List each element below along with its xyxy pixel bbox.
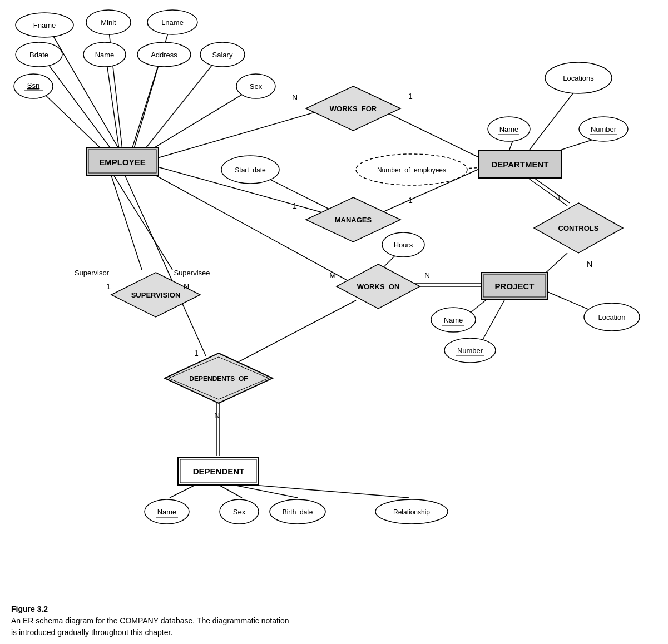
department-label: DEPARTMENT (491, 160, 548, 169)
supervisee-label: Supervisee (174, 269, 210, 277)
controls-label: CONTROLS (558, 224, 599, 232)
controls-n: N (587, 260, 592, 269)
svg-line-29 (108, 167, 172, 270)
svg-line-5 (131, 56, 161, 153)
hours-attr: Hours (394, 241, 413, 249)
num-employees-attr: Number_of_employees (377, 166, 446, 174)
project-label: PROJECT (495, 281, 535, 291)
svg-line-33 (239, 300, 356, 361)
dept-name-attr: Name (499, 125, 519, 133)
fname-attr: Fname (33, 21, 56, 29)
svg-line-30 (122, 170, 206, 356)
relationship-attr: Relationship (393, 508, 430, 516)
figure-caption: Figure 3.2 An ER schema diagram for the … (11, 603, 289, 638)
dependents-of-n: N (214, 411, 220, 420)
manages-1-left: 1 (293, 201, 297, 210)
caption-line2: is introduced gradually throughout this … (11, 628, 172, 637)
supervision-label: SUPERVISION (131, 291, 181, 299)
salary-attr: Salary (212, 51, 233, 59)
er-diagram-container: EMPLOYEE DEPARTMENT PROJECT DEPENDENT WO… (0, 0, 668, 612)
supervision-1: 1 (106, 282, 111, 291)
bdate-attr: Bdate (29, 51, 48, 59)
svg-line-9 (156, 108, 328, 158)
location-attr: Location (598, 313, 625, 321)
dep-sex-attr: Sex (233, 508, 246, 516)
works-for-1: 1 (408, 92, 413, 101)
employee-label: EMPLOYEE (99, 157, 145, 167)
dependent-label: DEPENDENT (193, 467, 245, 476)
dependents-of-label: DEPENDENTS_OF (189, 375, 248, 383)
start-date-attr: Start_date (235, 166, 266, 174)
emp-name-attr: Name (95, 51, 115, 59)
birth-date-attr: Birth_date (283, 508, 313, 516)
svg-line-34 (170, 484, 197, 498)
svg-line-11 (523, 86, 578, 158)
svg-line-8 (150, 86, 256, 150)
locations-attr: Locations (563, 74, 594, 82)
svg-line-26 (478, 292, 509, 348)
works-on-n: N (424, 271, 430, 280)
address-attr: Address (151, 51, 177, 59)
svg-line-6 (142, 56, 220, 153)
caption-line1: An ER schema diagram for the COMPANY dat… (11, 616, 289, 625)
emp-sex-attr: Sex (250, 82, 263, 91)
dept-number-attr: Number (591, 125, 617, 133)
supervisor-label: Supervisor (75, 269, 110, 277)
ssn-attr: Ssn (27, 81, 39, 90)
proj-number-attr: Number (457, 346, 483, 355)
works-on-label: WORKS_ON (357, 283, 400, 291)
manages-label: MANAGES (335, 216, 372, 224)
svg-line-28 (108, 167, 142, 270)
supervision-n: N (184, 282, 189, 291)
works-for-n: N (292, 93, 298, 102)
svg-line-10 (378, 108, 481, 158)
caption-title: Figure 3.2 (11, 605, 48, 613)
manages-1-right: 1 (408, 196, 413, 205)
controls-1: 1 (557, 193, 561, 202)
svg-line-3 (42, 56, 114, 153)
er-diagram-svg: EMPLOYEE DEPARTMENT PROJECT DEPENDENT WO… (0, 0, 668, 612)
dependents-of-1: 1 (194, 349, 199, 358)
proj-name-attr: Name (444, 316, 463, 324)
dep-name-attr: Name (157, 508, 177, 516)
works-on-m: M (329, 271, 336, 280)
lname-attr: Lname (161, 18, 184, 27)
minit-attr: Minit (101, 18, 116, 27)
works-for-label: WORKS_FOR (330, 105, 377, 113)
